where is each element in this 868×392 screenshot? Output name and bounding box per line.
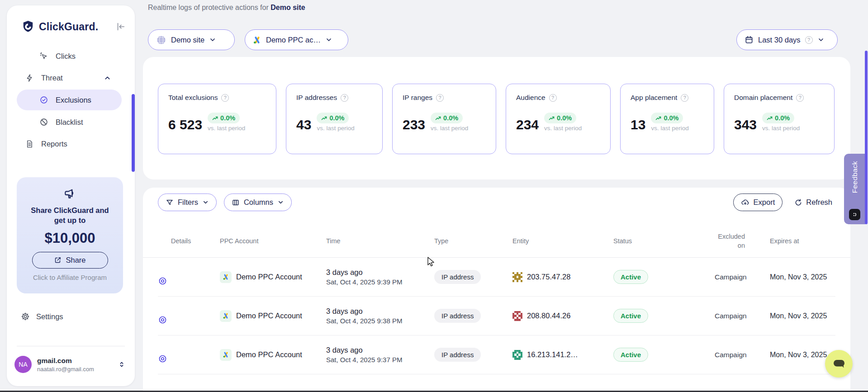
export-label: Export bbox=[754, 198, 775, 207]
trend-up-icon bbox=[767, 116, 773, 121]
avatar: NA bbox=[14, 356, 32, 373]
stat-caption: vs. last period bbox=[651, 125, 688, 132]
help-icon[interactable]: ? bbox=[436, 94, 444, 102]
logo-row: ClickGuard. bbox=[7, 5, 135, 33]
columns-button[interactable]: Columns bbox=[224, 194, 292, 211]
sidebar-item-reports[interactable]: Reports bbox=[7, 133, 135, 155]
view-details-icon[interactable] bbox=[158, 276, 220, 286]
promo-amount: $10,000 bbox=[44, 230, 95, 246]
user-email: naatali.ro@gmail.com bbox=[37, 366, 118, 373]
stat-value: 234 bbox=[516, 118, 539, 132]
stat-delta: 0.0% bbox=[664, 114, 678, 122]
column-header: Time bbox=[326, 237, 434, 245]
time-relative: 3 days ago bbox=[326, 345, 434, 354]
stat-label: IP ranges bbox=[403, 94, 432, 102]
table-row: Demo PPC Account 3 days agoSat, Oct 4, 2… bbox=[158, 335, 835, 374]
collapse-sidebar-icon[interactable] bbox=[116, 22, 126, 32]
cursor-click-icon bbox=[39, 52, 49, 61]
ppc-account-name: Demo PPC Account bbox=[236, 312, 302, 320]
table-row: Demo PPC Account 3 days agoSat, Oct 4, 2… bbox=[158, 258, 835, 297]
gear-icon bbox=[21, 312, 30, 321]
date-range-selector[interactable]: Last 30 days ? bbox=[736, 29, 838, 50]
expires-at-value: Mon, Nov 3, 2025 bbox=[758, 273, 835, 281]
stat-label: App placement bbox=[631, 94, 677, 102]
stat-label: Total exclusions bbox=[168, 94, 218, 102]
help-icon[interactable]: ? bbox=[796, 94, 804, 102]
stat-delta: 0.0% bbox=[557, 114, 572, 122]
sidebar-scrollbar-thumb[interactable] bbox=[132, 94, 135, 172]
chevron-down-icon bbox=[202, 199, 209, 206]
ban-icon bbox=[39, 118, 49, 127]
stat-delta: 0.0% bbox=[443, 114, 458, 122]
stat-card-domain-placement: Domain placement? 343 0.0% vs. last peri… bbox=[724, 84, 835, 154]
export-button[interactable]: Export bbox=[733, 194, 783, 211]
sidebar-nav: Clicks Threat Exclusions Blacklist bbox=[7, 45, 135, 155]
columns-label: Columns bbox=[244, 198, 273, 207]
refresh-icon bbox=[794, 198, 802, 207]
sidebar-item-blacklist[interactable]: Blacklist bbox=[7, 111, 135, 133]
help-icon[interactable]: ? bbox=[549, 94, 557, 102]
view-details-icon[interactable] bbox=[158, 315, 220, 325]
refresh-button[interactable]: Refresh bbox=[794, 198, 832, 207]
excluded-on-value: Campaign bbox=[715, 312, 758, 320]
feedback-label: Feedback bbox=[851, 161, 859, 193]
entity-value: 16.213.141.2… bbox=[527, 350, 578, 359]
ppc-account-name: Demo PPC Account bbox=[236, 350, 302, 359]
column-header: Expires at bbox=[758, 237, 835, 245]
stat-card-audience: Audience? 234 0.0% vs. last period bbox=[506, 84, 611, 154]
logo-text: ClickGuard. bbox=[39, 21, 116, 33]
trend-up-icon bbox=[655, 116, 661, 121]
clickguard-logo-icon bbox=[21, 20, 35, 33]
time-absolute: Sat, Oct 4, 2025 9:38 PM bbox=[326, 316, 434, 325]
stat-caption: vs. last period bbox=[431, 125, 468, 132]
chat-widget-button[interactable] bbox=[825, 350, 853, 378]
stat-caption: vs. last period bbox=[208, 125, 245, 132]
entity-identicon bbox=[512, 350, 522, 360]
columns-icon bbox=[232, 198, 240, 207]
sidebar-item-clicks[interactable]: Clicks bbox=[7, 45, 135, 67]
expires-at-value: Mon, Nov 3, 2025 bbox=[758, 351, 835, 359]
help-icon[interactable]: ? bbox=[341, 94, 348, 102]
chevron-up-icon[interactable] bbox=[104, 74, 111, 82]
help-icon[interactable]: ? bbox=[221, 94, 229, 102]
cloud-download-icon bbox=[741, 198, 749, 207]
entity-value: 208.80.44.26 bbox=[527, 312, 570, 320]
google-ads-icon bbox=[220, 349, 232, 361]
share-button-label: Share bbox=[66, 256, 85, 264]
site-selector[interactable]: Demo site bbox=[148, 29, 235, 50]
stat-card-ip-ranges: IP ranges? 233 0.0% vs. last period bbox=[392, 84, 496, 154]
view-details-icon[interactable] bbox=[158, 354, 220, 364]
time-absolute: Sat, Oct 4, 2025 9:37 PM bbox=[326, 355, 434, 364]
sidebar-item-threat[interactable]: Threat bbox=[7, 67, 135, 89]
sidebar-item-settings[interactable]: Settings bbox=[7, 306, 135, 327]
time-relative: 3 days ago bbox=[326, 307, 434, 316]
help-icon[interactable]: ? bbox=[681, 94, 688, 102]
page-scrollbar-thumb[interactable] bbox=[865, 51, 868, 224]
table-header-row: Details PPC Account Time Type Entity Sta… bbox=[158, 231, 835, 251]
sidebar-item-label: Clicks bbox=[56, 52, 76, 61]
sidebar-item-label: Settings bbox=[36, 312, 63, 321]
ppc-account-selector[interactable]: Demo PPC ac… bbox=[245, 29, 348, 50]
lightning-icon bbox=[24, 74, 34, 82]
badge-check-icon bbox=[39, 95, 49, 104]
account-switcher[interactable]: NA gmail.com naatali.ro@gmail.com bbox=[14, 356, 128, 373]
filters-label: Filters bbox=[178, 198, 198, 207]
sidebar-item-exclusions[interactable]: Exclusions bbox=[17, 90, 122, 110]
filters-button[interactable]: Filters bbox=[158, 194, 217, 211]
help-icon[interactable]: ? bbox=[805, 36, 813, 44]
stat-label: Audience bbox=[516, 94, 545, 102]
globe-icon bbox=[156, 35, 166, 45]
table-row: 3 days ago bbox=[158, 374, 835, 392]
funnel-icon bbox=[166, 198, 174, 207]
feedback-tab[interactable]: Feedback bbox=[844, 154, 865, 224]
user-name: gmail.com bbox=[37, 357, 118, 365]
google-ads-icon bbox=[220, 271, 232, 283]
divider bbox=[17, 346, 125, 346]
subtitle-site-name: Demo site bbox=[270, 4, 305, 11]
stat-value: 43 bbox=[296, 118, 311, 132]
status-badge: Active bbox=[613, 348, 648, 362]
stat-delta: 0.0% bbox=[775, 114, 790, 122]
chevron-down-icon bbox=[325, 36, 332, 43]
stats-panel: Total exclusions? 6 523 0.0% vs. last pe… bbox=[143, 57, 850, 179]
share-button[interactable]: Share bbox=[32, 252, 108, 269]
